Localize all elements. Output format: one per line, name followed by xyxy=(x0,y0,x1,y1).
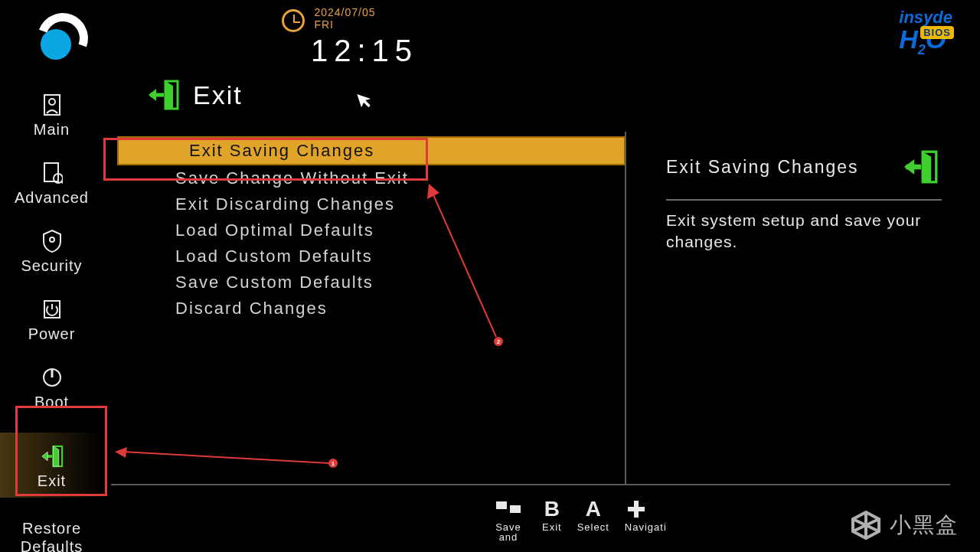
help-panel: Exit Saving Changes Exit system setup an… xyxy=(666,150,942,253)
svg-point-33 xyxy=(494,337,503,346)
time-text: 12:15 xyxy=(311,34,418,68)
sidebar-item-label: Boot xyxy=(0,394,103,411)
bios-badge: BIOS xyxy=(920,26,954,39)
watermark-text: 小黑盒 xyxy=(890,511,959,540)
sidebar-item-advanced[interactable]: Advanced xyxy=(0,160,103,207)
hint-select: A Select xyxy=(577,496,609,542)
sidebar-item-restore-defaults[interactable]: RestoreDefaults xyxy=(0,519,103,552)
exit-icon xyxy=(0,443,103,469)
menu-exit-saving-changes[interactable]: Exit Saving Changes xyxy=(117,136,626,165)
svg-point-6 xyxy=(49,99,55,105)
vertical-divider xyxy=(625,132,626,484)
sidebar-item-label: Power xyxy=(0,325,103,343)
svg-marker-20 xyxy=(923,152,931,182)
sidebar-item-security[interactable]: Security xyxy=(0,228,103,275)
svg-point-29 xyxy=(328,459,338,468)
page-title-text: Exit xyxy=(193,80,243,110)
exit-icon xyxy=(147,80,181,110)
sidebar-item-exit[interactable]: Exit xyxy=(0,433,103,498)
svg-marker-3 xyxy=(149,89,156,101)
watermark-logo-icon xyxy=(850,509,882,541)
menu-save-change-without-exit[interactable]: Save Change Without Exit xyxy=(103,165,624,191)
svg-line-9 xyxy=(61,181,63,185)
menu-load-optimal-defaults[interactable]: Load Optimal Defaults xyxy=(103,217,624,243)
vendor-logo xyxy=(27,11,88,67)
sidebar-item-label: Main xyxy=(0,121,103,139)
sidebar-item-power[interactable]: Power xyxy=(0,296,103,343)
day-text: FRI xyxy=(314,18,334,31)
menu-exit-discarding-changes[interactable]: Exit Discarding Changes xyxy=(103,191,624,217)
save-icon xyxy=(490,496,527,522)
bios-brand: insyde H2O BIOS xyxy=(899,8,952,61)
key-hints: Save and B Exit A Select Navigati xyxy=(490,496,662,542)
hint-navigate: Navigati xyxy=(625,496,662,542)
svg-marker-16 xyxy=(53,446,58,466)
sidebar-item-boot[interactable]: Boot xyxy=(0,364,103,411)
cursor-icon xyxy=(355,89,377,116)
separator xyxy=(111,484,950,485)
svg-marker-1 xyxy=(165,81,173,109)
clock-icon xyxy=(282,9,305,32)
svg-text:1: 1 xyxy=(332,460,335,467)
sidebar-item-label: Exit xyxy=(0,472,103,490)
sidebar: Main Advanced Security Power Boot xyxy=(0,92,103,552)
dpad-icon xyxy=(625,496,648,522)
advanced-icon xyxy=(0,160,103,186)
main-icon xyxy=(0,92,103,118)
clock-widget: 2024/07/05 FRI 12:15 xyxy=(282,6,376,32)
help-body: Exit system setup and save your changes. xyxy=(666,210,942,253)
hint-exit: B Exit xyxy=(542,496,562,542)
svg-text:2: 2 xyxy=(497,338,501,345)
help-title: Exit Saving Changes xyxy=(666,157,859,178)
svg-point-10 xyxy=(50,237,54,242)
exit-icon xyxy=(900,150,942,184)
a-key-icon: A xyxy=(577,496,609,522)
watermark: 小黑盒 xyxy=(850,509,959,541)
svg-marker-18 xyxy=(41,452,47,461)
menu-discard-changes[interactable]: Discard Changes xyxy=(103,296,624,322)
svg-rect-7 xyxy=(44,163,58,181)
exit-menu: Exit Saving Changes Save Change Without … xyxy=(103,136,624,322)
svg-line-27 xyxy=(122,452,329,463)
page-title: Exit xyxy=(147,80,243,110)
security-icon xyxy=(0,228,103,254)
sidebar-item-label: Advanced xyxy=(0,189,103,207)
svg-marker-4 xyxy=(357,90,373,109)
svg-marker-22 xyxy=(904,159,914,175)
sidebar-item-label: Security xyxy=(0,257,103,275)
sidebar-item-main[interactable]: Main xyxy=(0,92,103,139)
power-icon xyxy=(0,296,103,322)
b-key-icon: B xyxy=(542,496,562,522)
menu-save-custom-defaults[interactable]: Save Custom Defaults xyxy=(103,269,624,296)
svg-marker-28 xyxy=(115,447,127,458)
hint-save: Save and xyxy=(490,496,527,542)
menu-load-custom-defaults[interactable]: Load Custom Defaults xyxy=(103,243,624,269)
date-text: 2024/07/05 xyxy=(314,6,375,18)
boot-icon xyxy=(0,364,103,390)
